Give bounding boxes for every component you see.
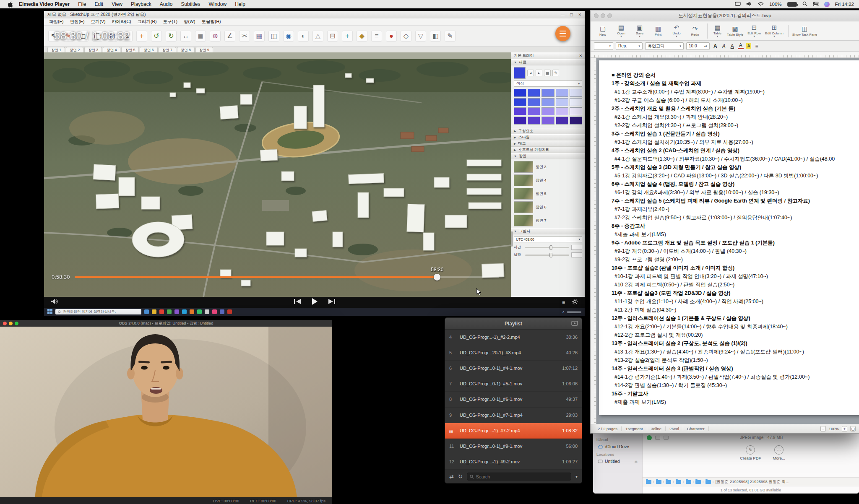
menu-item[interactable]: Edit	[95, 1, 104, 7]
sketchup-tool-icon[interactable]: ▽	[415, 31, 426, 42]
taskbar-search-field[interactable]: 검색하려면 여기에 입력하십시오.	[55, 309, 141, 314]
zoom-out-icon[interactable]: −	[820, 426, 826, 431]
toolbar-button[interactable]: ▤ Open ▼	[612, 23, 630, 39]
italic-button[interactable]: A	[721, 43, 727, 49]
playlist-item[interactable]: 7 UD_CG-Progr...0-1)_#5-1.mov 1:06:06	[445, 376, 582, 392]
toolbar-button[interactable]: ▥ Print ▼	[649, 25, 667, 37]
back-icon[interactable]: ◂	[527, 70, 534, 76]
taskbar-app-icon[interactable]	[159, 309, 164, 314]
page-view-icon[interactable]: ▢	[850, 426, 856, 431]
sidebar-item-icloud-drive[interactable]: iCloud Drive	[596, 443, 639, 450]
toolbar-button[interactable]: ▦ Table ▼	[707, 23, 725, 39]
sketchup-tool-icon[interactable]: ↔	[180, 31, 191, 42]
tray-section-header[interactable]: ▶ 스타일	[511, 134, 585, 140]
scene-thumbnail-item[interactable]: 장면 3	[514, 161, 580, 173]
folder-icon[interactable]	[705, 480, 711, 484]
display-icon[interactable]	[735, 2, 741, 7]
playlist-icon[interactable]: ≡	[562, 299, 565, 305]
sketchup-menu-item[interactable]: 그리기(R)	[138, 19, 157, 25]
taskbar-app-icon[interactable]	[205, 309, 209, 314]
sketchup-tool-icon[interactable]: ≡	[371, 31, 382, 42]
sketchup-tool-icon[interactable]: ◉	[283, 31, 294, 42]
taskbar-app-icon[interactable]	[220, 309, 224, 314]
color-swatch[interactable]	[570, 107, 582, 115]
eject-icon[interactable]: ⏏	[634, 460, 638, 463]
sketchup-menu-item[interactable]: 카메라(C)	[112, 19, 131, 25]
sketchup-tool-icon[interactable]: ▦	[254, 31, 265, 42]
scene-tab[interactable]: 장면 9	[195, 47, 213, 52]
settings-gear-icon[interactable]	[572, 299, 578, 306]
color-swatch[interactable]	[541, 107, 554, 115]
menu-item[interactable]: Window	[208, 1, 226, 7]
close-icon[interactable]	[594, 13, 599, 18]
control-center-icon[interactable]	[813, 2, 819, 7]
scene-tab[interactable]: 장면 7	[159, 47, 176, 52]
color-swatch[interactable]	[556, 89, 568, 97]
volume-icon[interactable]	[51, 299, 58, 306]
tray-section-header[interactable]: ▶ 태그	[511, 140, 585, 147]
underline-button[interactable]: A	[729, 43, 735, 49]
pop-out-icon[interactable]	[571, 320, 578, 327]
player-menu-button[interactable]	[555, 26, 570, 41]
playlist-search-field[interactable]: Search	[467, 473, 571, 481]
next-track-icon[interactable]	[328, 299, 336, 306]
scene-thumbnail-item[interactable]: 장면 6	[514, 201, 580, 213]
scene-thumbnail-item[interactable]: 장면 5	[514, 188, 580, 200]
taskbar-app-icon[interactable]	[190, 309, 194, 314]
minimize-icon[interactable]	[455, 322, 458, 325]
menu-item[interactable]: Playback	[131, 1, 151, 7]
tray-close-icon[interactable]: ✕	[579, 54, 582, 58]
siri-icon[interactable]	[824, 2, 830, 7]
sketchup-tool-icon[interactable]: ◼	[195, 31, 206, 42]
folder-icon[interactable]	[666, 480, 671, 484]
folder-icon[interactable]	[676, 480, 681, 484]
color-swatch[interactable]	[570, 117, 582, 125]
toolbar-button[interactable]: ◫ Show Task Pane ▼	[788, 25, 818, 37]
zoom-icon[interactable]	[607, 13, 612, 18]
menu-item[interactable]: Subtitles	[181, 1, 200, 7]
date-slider[interactable]	[525, 255, 569, 256]
playlist-item[interactable]: 4 UD_CG-Progr...-1)_#2-2.mp4 30:36	[445, 330, 582, 345]
font-dropdown[interactable]: 휴먼고딕▾	[645, 42, 684, 50]
path-current-item[interactable]: [권형준-21925998] 21925998 권형준 최…	[716, 479, 790, 485]
taskbar-app-icon[interactable]	[197, 309, 202, 314]
date-value-field[interactable]	[571, 252, 582, 257]
toolbar-button[interactable]: ↷ Redo ▼	[686, 25, 704, 37]
more-actions-button[interactable]: ⋯ More...	[773, 445, 785, 460]
sketchup-tool-icon[interactable]: ⊟	[327, 31, 338, 42]
font-size-stepper[interactable]: 10.0▴▾	[686, 42, 710, 50]
3d-viewport[interactable]: 0:58:30 58:30	[44, 52, 511, 297]
sketchup-tool-icon[interactable]: ↺	[151, 31, 162, 42]
sketchup-tool-icon[interactable]: ◇	[401, 31, 411, 42]
folder-icon[interactable]	[656, 480, 661, 484]
minimize-icon[interactable]: —	[561, 13, 565, 17]
zoom-icon[interactable]	[15, 322, 18, 325]
previous-track-icon[interactable]	[294, 299, 301, 306]
view-option-icon[interactable]	[655, 436, 660, 440]
scene-tab[interactable]: 장면 4	[103, 47, 120, 52]
zoom-in-icon[interactable]: +	[842, 426, 847, 431]
color-swatch[interactable]	[556, 117, 568, 125]
scene-tab[interactable]: 장면 2	[66, 47, 83, 52]
slider-knob[interactable]	[549, 245, 552, 250]
close-icon[interactable]: ✕	[578, 13, 581, 17]
sidebar-item-untitled-drive[interactable]: Untitled ⏏	[596, 458, 639, 465]
tray-section-header[interactable]: ▶ 구성요소	[511, 128, 585, 134]
color-swatch[interactable]	[514, 117, 526, 125]
scene-thumbnail-item[interactable]: 장면 4	[514, 174, 580, 186]
sketchup-menu-item[interactable]: 편집(E)	[70, 19, 84, 25]
close-icon[interactable]	[3, 322, 7, 325]
palette-dropdown[interactable]: 색상 ▾	[514, 81, 582, 87]
color-swatch[interactable]	[556, 107, 568, 115]
color-swatch[interactable]	[541, 117, 554, 125]
time-value-field[interactable]	[571, 245, 582, 250]
highlight-button[interactable]: A	[746, 43, 752, 49]
color-swatch[interactable]	[528, 98, 540, 106]
taskbar-app-icon[interactable]	[212, 309, 217, 314]
zoom-icon[interactable]	[461, 322, 464, 325]
sketchup-tool-icon[interactable]: ∠	[224, 31, 235, 42]
taskbar-app-icon[interactable]	[182, 309, 187, 314]
wifi-icon[interactable]	[758, 2, 764, 7]
tray-chevron-icon[interactable]: ∧	[562, 310, 565, 314]
template-dropdown[interactable]: Rep.▾	[616, 42, 643, 50]
